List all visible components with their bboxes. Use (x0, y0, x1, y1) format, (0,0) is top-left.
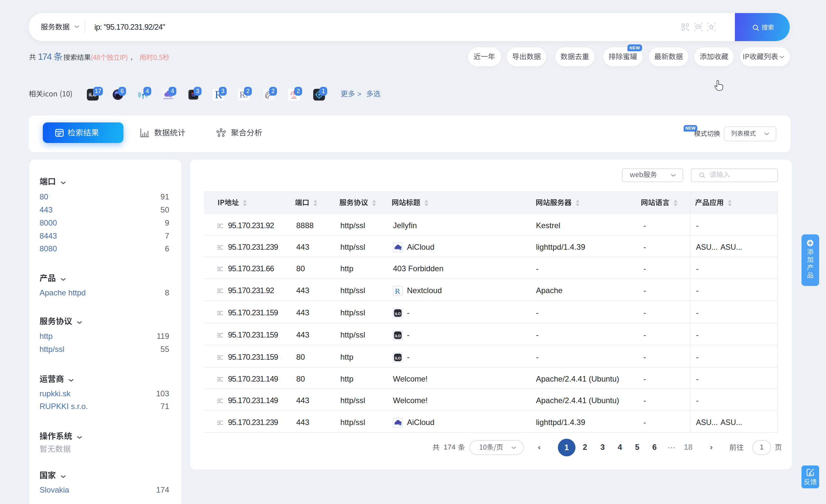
svg-text:iLO: iLO (395, 312, 401, 316)
svg-text:iLO: iLO (395, 334, 401, 338)
svg-text:R: R (395, 287, 400, 296)
svg-text:asuscloud: asuscloud (163, 97, 173, 100)
svg-text:iLO: iLO (395, 356, 401, 360)
